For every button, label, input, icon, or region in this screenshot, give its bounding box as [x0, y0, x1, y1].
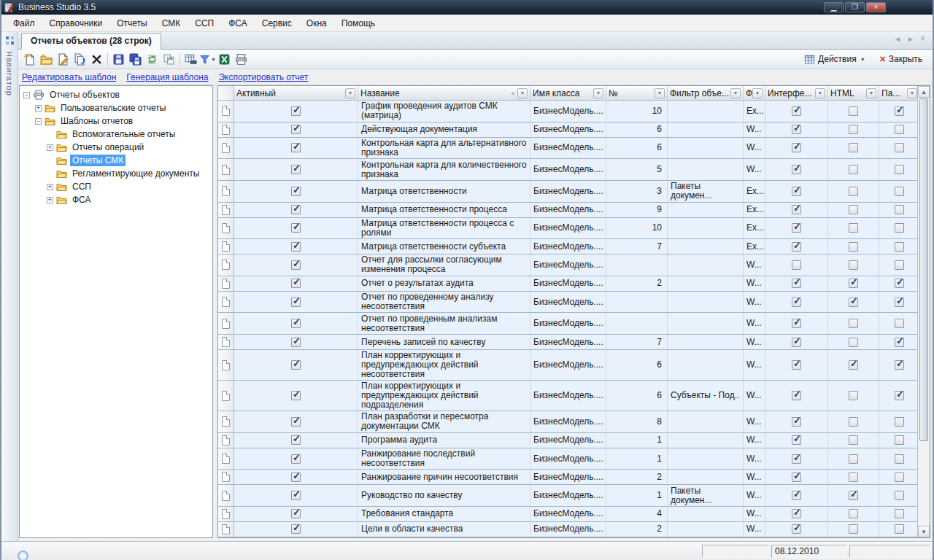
column-header-6[interactable]: Интерфе...▼	[765, 86, 828, 100]
active-checkbox[interactable]	[291, 524, 301, 534]
menu-item-2[interactable]: Отчеты	[109, 16, 154, 31]
row-header-cell[interactable]	[218, 522, 234, 537]
active-checkbox[interactable]	[291, 205, 301, 214]
html-checkbox[interactable]	[849, 338, 858, 347]
row-header-cell[interactable]	[218, 411, 234, 432]
package-checkbox[interactable]	[895, 279, 904, 288]
interface-checkbox[interactable]	[792, 242, 801, 252]
edit-report-button[interactable]	[55, 51, 72, 68]
column-header-4[interactable]: Фильтр объе...▼	[668, 86, 744, 100]
menu-item-1[interactable]: Справочники	[42, 16, 110, 31]
interface-checkbox[interactable]	[792, 298, 801, 307]
active-checkbox[interactable]	[291, 435, 301, 445]
row-header-cell[interactable]	[218, 470, 234, 484]
interface-checkbox[interactable]	[792, 524, 801, 534]
html-checkbox[interactable]	[849, 360, 858, 370]
package-checkbox[interactable]	[895, 298, 904, 307]
menu-item-8[interactable]: Помощь	[334, 16, 382, 31]
interface-checkbox[interactable]	[792, 491, 801, 500]
interface-checkbox[interactable]	[792, 143, 801, 152]
filter-button[interactable]: ▼	[199, 51, 216, 68]
active-checkbox[interactable]	[291, 260, 301, 270]
menu-item-0[interactable]: Файл	[6, 16, 42, 31]
filter-dropdown-icon[interactable]: ▼	[211, 57, 216, 62]
active-checkbox[interactable]	[291, 454, 301, 464]
package-checkbox[interactable]	[895, 360, 904, 370]
export-report-link[interactable]: Экспортировать отчет	[218, 72, 308, 82]
html-checkbox[interactable]	[849, 165, 858, 174]
filter-dropdown-icon[interactable]: ▼	[730, 88, 741, 98]
column-header-8[interactable]: Па...▼	[879, 86, 917, 100]
active-checkbox[interactable]	[291, 298, 301, 307]
html-checkbox[interactable]	[849, 524, 858, 534]
html-checkbox[interactable]	[849, 205, 858, 214]
tab-close-icon[interactable]: ×	[920, 34, 925, 44]
html-checkbox[interactable]	[849, 125, 858, 134]
html-checkbox[interactable]	[849, 298, 858, 307]
table-row[interactable]: Перечень записей по качествуБизнесМодель…	[218, 335, 917, 350]
interface-checkbox[interactable]	[792, 205, 801, 214]
interface-checkbox[interactable]	[792, 435, 801, 445]
table-row[interactable]: Матрица ответственности субъектаБизнесМо…	[218, 239, 917, 254]
table-row[interactable]: Цели в области качестваБизнесМодель....2…	[218, 522, 917, 537]
row-header-cell[interactable]	[218, 350, 234, 380]
vertical-scrollbar[interactable]: ▲ ▼	[917, 86, 930, 537]
package-checkbox[interactable]	[895, 509, 904, 518]
active-checkbox[interactable]	[291, 509, 301, 518]
close-window-button[interactable]: ×	[866, 2, 886, 12]
interface-checkbox[interactable]	[792, 106, 801, 116]
tree-expander-icon[interactable]: -	[35, 118, 42, 125]
tree-item-fsa[interactable]: +ФСА	[20, 193, 212, 206]
table-row[interactable]: Ранжирование причин несоответствияБизнес…	[218, 470, 917, 485]
active-checkbox[interactable]	[291, 187, 301, 196]
package-checkbox[interactable]	[895, 435, 904, 445]
save-all-button[interactable]	[127, 51, 144, 68]
package-checkbox[interactable]	[895, 143, 904, 152]
column-header-0[interactable]: Активный▼	[234, 86, 358, 100]
table-row[interactable]: План корректирующих и предупреждающих де…	[218, 381, 917, 411]
active-checkbox[interactable]	[291, 143, 301, 152]
package-checkbox[interactable]	[895, 242, 904, 252]
package-checkbox[interactable]	[895, 454, 904, 464]
filter-dropdown-icon[interactable]: ▼	[345, 88, 355, 98]
html-checkbox[interactable]	[849, 417, 858, 427]
menu-item-6[interactable]: Сервис	[255, 16, 299, 31]
row-header-cell[interactable]	[218, 433, 234, 448]
active-checkbox[interactable]	[291, 223, 301, 233]
row-header-cell[interactable]	[218, 138, 234, 159]
tree-item-report-templates[interactable]: -Шаблоны отчетов	[20, 114, 212, 128]
scrollbar-thumb[interactable]	[919, 98, 928, 441]
table-row[interactable]: Программа аудитаБизнесМодель....1W...	[218, 433, 917, 448]
row-header-cell[interactable]	[218, 218, 234, 239]
row-header-cell[interactable]	[218, 101, 234, 122]
save-button[interactable]	[110, 51, 127, 68]
interface-checkbox[interactable]	[792, 279, 801, 288]
interface-checkbox[interactable]	[792, 319, 801, 328]
table-row[interactable]: Матрица ответственности процессаБизнесМо…	[218, 203, 917, 218]
html-checkbox[interactable]	[849, 260, 858, 270]
table-row[interactable]: Матрица ответственности процесса с ролям…	[218, 218, 917, 240]
menu-item-4[interactable]: ССП	[188, 16, 221, 31]
filter-dropdown-icon[interactable]: ▼	[517, 88, 528, 98]
row-header-cell[interactable]	[218, 239, 234, 254]
html-checkbox[interactable]	[849, 187, 858, 196]
row-header-cell[interactable]	[218, 254, 234, 276]
tree-expander-icon[interactable]: +	[47, 197, 53, 203]
row-header-cell[interactable]	[218, 292, 234, 313]
tree-item-reports-root[interactable]: -Отчеты объектов	[20, 88, 212, 101]
table-row[interactable]: Ранжирование последствий несоответствияБ…	[218, 448, 917, 470]
table-row[interactable]: Руководство по качествуБизнесМодель....1…	[218, 485, 917, 507]
row-header-cell[interactable]	[218, 203, 234, 217]
filter-dropdown-icon[interactable]: ▼	[815, 88, 825, 98]
html-checkbox[interactable]	[849, 279, 858, 288]
tree-item-operation-reports[interactable]: +Отчеты операций	[20, 141, 212, 154]
menu-item-7[interactable]: Окна	[299, 16, 334, 31]
active-checkbox[interactable]	[291, 125, 301, 134]
package-checkbox[interactable]	[895, 106, 904, 116]
active-checkbox[interactable]	[291, 338, 301, 347]
tree-item-ssp[interactable]: +ССП	[20, 180, 212, 193]
table-row[interactable]: Отчет по проведенным анализам несоответс…	[218, 313, 917, 335]
refresh-all-button[interactable]	[161, 51, 177, 68]
interface-checkbox[interactable]	[792, 509, 801, 518]
tree-item-smk-reports[interactable]: Отчеты СМК	[20, 154, 212, 167]
